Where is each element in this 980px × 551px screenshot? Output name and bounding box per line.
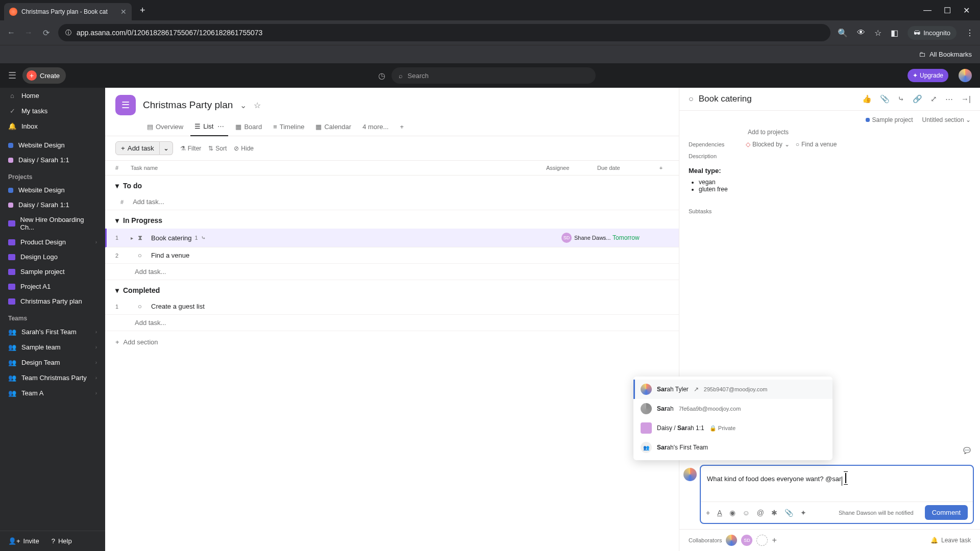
- mention-option[interactable]: Sarah 7fe6aa9b@moodjoy.com: [633, 399, 832, 418]
- sidebar-project-item[interactable]: Website Design: [0, 183, 105, 197]
- check-circle-icon[interactable]: ○: [689, 94, 694, 104]
- section-header-completed[interactable]: ▾Completed: [105, 280, 679, 298]
- add-section-button[interactable]: + Add section: [105, 331, 679, 353]
- mention-icon[interactable]: @: [757, 509, 764, 517]
- collapse-icon[interactable]: ▾: [115, 286, 119, 294]
- hide-button[interactable]: ⊘Hide: [234, 145, 254, 152]
- check-circle-icon[interactable]: ○: [138, 303, 147, 310]
- task-due-cell[interactable]: Tomorrow: [612, 234, 669, 241]
- minimize-icon[interactable]: ―: [923, 6, 932, 15]
- section-dropdown[interactable]: Untitled section ⌄: [922, 116, 971, 123]
- sidebar-recent-item[interactable]: Website Design: [0, 138, 105, 153]
- leave-task-button[interactable]: 🔔Leave task: [930, 537, 971, 544]
- add-collaborator-placeholder[interactable]: [756, 535, 768, 546]
- more-icon[interactable]: ⋯: [945, 94, 953, 104]
- more-icon[interactable]: ⋯: [217, 122, 224, 130]
- like-icon[interactable]: 👍: [862, 94, 872, 104]
- mention-option[interactable]: 👥 Sarah's First Team: [633, 438, 832, 457]
- task-name-cell[interactable]: Create a guest list: [151, 303, 561, 310]
- link-icon[interactable]: 🔗: [913, 94, 922, 104]
- sidebar-team-item[interactable]: 👥Team A›: [0, 385, 105, 400]
- user-avatar[interactable]: [959, 69, 972, 82]
- task-row[interactable]: 1 ▸ ⧗ Book catering 1 ⤷ SDShane Daws... …: [105, 229, 679, 247]
- subtask-icon[interactable]: ⤷: [898, 94, 904, 104]
- menu-icon[interactable]: ☰: [8, 70, 16, 81]
- chevron-down-icon[interactable]: ⌄: [240, 101, 247, 110]
- sidebar-team-item[interactable]: 👥Sarah's First Team›: [0, 324, 105, 339]
- sidebar-project-item[interactable]: Product Design›: [0, 235, 105, 249]
- task-row[interactable]: 1 ○ Create a guest list: [105, 298, 679, 315]
- site-info-icon[interactable]: ⓘ: [65, 29, 71, 37]
- invite-button[interactable]: 👤+Invite: [8, 537, 39, 545]
- close-pane-icon[interactable]: →|: [961, 94, 971, 104]
- project-title[interactable]: Christmas Party plan: [143, 99, 233, 111]
- add-task-row[interactable]: Add task...: [105, 264, 679, 280]
- sidebar-recent-item[interactable]: Daisy / Sarah 1:1: [0, 153, 105, 167]
- sidebar-project-item[interactable]: Daisy / Sarah 1:1: [0, 197, 105, 212]
- sidebar-project-item[interactable]: Sample project: [0, 264, 105, 279]
- comment-input[interactable]: What kind of food does everyone want? @s…: [701, 466, 973, 502]
- tab-overview[interactable]: ▤Overview: [143, 119, 187, 136]
- tab-list[interactable]: ☰List⋯: [190, 119, 228, 136]
- collaborator-avatar[interactable]: [726, 535, 737, 546]
- browser-tab[interactable]: Christmas Party plan - Book cat ✕: [4, 3, 132, 20]
- comment-composer[interactable]: What kind of food does everyone want? @s…: [700, 465, 974, 524]
- star-icon[interactable]: ☆: [254, 101, 261, 110]
- kebab-menu-icon[interactable]: ⋮: [966, 28, 974, 38]
- section-header-inprogress[interactable]: ▾In Progress: [105, 210, 679, 229]
- add-collaborator-button[interactable]: +: [772, 536, 776, 545]
- sidebar-project-item[interactable]: Project A1: [0, 279, 105, 294]
- section-header-todo[interactable]: ▾To do: [105, 176, 679, 194]
- project-chip[interactable]: Sample project: [866, 116, 913, 123]
- search-input[interactable]: ⌕ Search: [391, 67, 596, 84]
- tab-more[interactable]: 4 more...: [358, 119, 393, 136]
- format-icon[interactable]: A: [717, 509, 722, 517]
- mention-option[interactable]: Sarah Tyler ↗ 295b9407@moodjoy.com: [633, 380, 832, 399]
- asterisk-icon[interactable]: ✱: [771, 509, 777, 517]
- expand-icon[interactable]: ▸: [131, 235, 138, 241]
- task-name-cell[interactable]: Find a venue: [151, 252, 561, 259]
- new-tab-button[interactable]: +: [136, 5, 150, 16]
- bookmark-star-icon[interactable]: ☆: [874, 28, 881, 38]
- sidebar-inbox[interactable]: 🔔Inbox: [0, 118, 105, 134]
- add-task-row[interactable]: #Add task...: [105, 194, 679, 210]
- add-to-projects-button[interactable]: Add to projects: [748, 129, 789, 136]
- reload-icon[interactable]: ⟳: [41, 28, 51, 38]
- blocked-by-chip[interactable]: ◇Blocked by ⌄: [746, 141, 790, 148]
- sidebar-my-tasks[interactable]: ✓My tasks: [0, 103, 105, 118]
- check-circle-icon[interactable]: ○: [138, 252, 147, 259]
- sidebar-team-item[interactable]: 👥Design Team›: [0, 355, 105, 370]
- fullscreen-icon[interactable]: ⤢: [930, 94, 937, 104]
- attachment-icon[interactable]: 📎: [880, 94, 890, 104]
- emoji-icon[interactable]: ☺: [743, 509, 750, 517]
- sidebar-team-item[interactable]: 👥Sample team›: [0, 339, 105, 355]
- mention-option[interactable]: Daisy / Sarah 1:1 🔒 Private: [633, 418, 832, 438]
- add-column-button[interactable]: +: [653, 165, 669, 171]
- bookmarks-folder-icon[interactable]: 🗀: [919, 51, 925, 58]
- history-icon[interactable]: ◷: [378, 71, 385, 81]
- sidebar-home[interactable]: ⌂Home: [0, 88, 105, 103]
- incognito-badge[interactable]: 🕶 Incognito: [908, 26, 957, 40]
- tab-close-icon[interactable]: ✕: [120, 8, 127, 16]
- hourglass-icon[interactable]: ⧗: [138, 234, 147, 242]
- ai-icon[interactable]: ✦: [800, 509, 806, 517]
- collapse-icon[interactable]: ▾: [115, 216, 119, 224]
- sidebar-project-item[interactable]: Christmas Party plan: [0, 294, 105, 309]
- add-task-button[interactable]: + Add task: [115, 141, 160, 155]
- back-icon[interactable]: ←: [6, 28, 16, 37]
- tab-timeline[interactable]: ≡Timeline: [269, 119, 308, 136]
- collaborator-avatar[interactable]: SD: [741, 535, 752, 546]
- comment-bubble-icon[interactable]: 💬: [963, 447, 971, 454]
- close-window-icon[interactable]: ✕: [963, 6, 970, 15]
- add-task-row[interactable]: Add task...: [105, 315, 679, 331]
- add-tab-button[interactable]: +: [396, 119, 408, 136]
- col-task-name[interactable]: Task name: [131, 165, 546, 171]
- url-input[interactable]: ⓘ app.asana.com/0/1206182861755067/12061…: [58, 24, 830, 41]
- sidebar-project-item[interactable]: New Hire Onboarding Ch...: [0, 212, 105, 235]
- upgrade-button[interactable]: ✦ Upgrade: [908, 69, 948, 82]
- collapse-icon[interactable]: ▾: [115, 182, 119, 190]
- all-bookmarks-label[interactable]: All Bookmarks: [929, 51, 972, 58]
- zoom-search-icon[interactable]: 🔍: [838, 28, 848, 38]
- tab-board[interactable]: ▦Board: [231, 119, 266, 136]
- comment-button[interactable]: Comment: [925, 505, 968, 520]
